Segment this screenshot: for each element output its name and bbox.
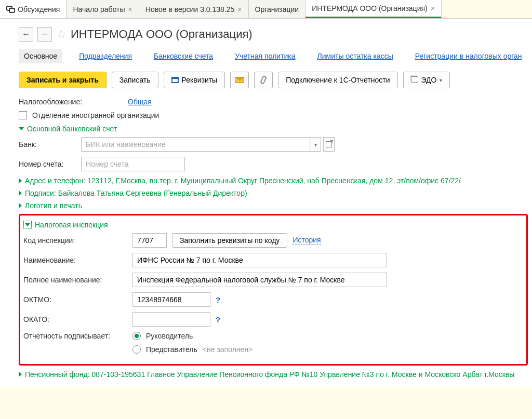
tab-label: Обсуждения [18,5,60,13]
rep-not-filled: <не заполнен> [203,345,252,354]
mail-icon [235,77,244,83]
discussions-icon [6,6,15,13]
bank-input-group: ▾ [81,137,335,152]
tab-label: Организации [255,5,299,13]
account-number-label: Номер счета: [19,160,76,168]
section-address[interactable]: Адрес и телефон: 123112, Г.Москва, вн.те… [19,177,528,185]
sub-nav: Основное Подразделения Банковские счета … [19,49,528,63]
section-title: Налоговая инспекция [35,221,108,229]
tab-organization-intermoda[interactable]: ИНТЕРМОДА ООО (Организация) × [305,0,442,18]
bank-label: Банк: [19,140,76,148]
inspection-fullname-label: Полное наименование: [23,276,127,284]
navtab-bank-accounts[interactable]: Банковские счета [149,49,218,63]
okato-label: ОКАТО: [23,315,127,323]
open-external-icon [326,141,332,147]
section-title: Основной банковский счет [27,125,117,133]
tab-getting-started[interactable]: Начало работы × [66,0,139,18]
inspection-name-label: Наименование: [23,256,127,264]
inspection-name-input[interactable] [132,253,387,267]
navtab-accounting-policy[interactable]: Учетная политика [230,49,300,63]
oktmo-input[interactable] [132,292,210,307]
tab-whats-new[interactable]: Новое в версии 3.0.138.25 × [139,0,249,18]
tab-organizations[interactable]: Организации [249,0,306,18]
chevron-right-icon [19,203,22,208]
signer-option-rep: Представитель [146,345,197,354]
favorite-star-icon[interactable]: ☆ [56,28,66,41]
close-icon[interactable]: × [237,5,242,13]
section-title: Логотип и печать [25,201,82,210]
page-title: ИНТЕРМОДА ООО (Организация) [71,28,252,41]
chevron-right-icon [19,372,22,377]
connect-1c-button[interactable]: Подключение к 1С-Отчетности [278,72,397,88]
navtab-cash-limits[interactable]: Лимиты остатка кассы [312,49,398,63]
inspection-code-label: Код инспекции: [23,236,127,245]
edo-icon [411,76,418,84]
chevron-box [23,221,32,229]
tax-inspection-box: Налоговая инспекция Код инспекции: Запол… [19,214,528,366]
oktmo-label: ОКТМО: [23,295,127,304]
foreign-branch-checkbox[interactable] [19,111,27,119]
fill-requisites-button[interactable]: Заполнить реквизиты по коду [172,233,287,248]
tab-label: ИНТЕРМОДА ООО (Организация) [312,4,428,12]
mail-button[interactable] [230,72,249,88]
tab-discussions[interactable]: Обсуждения [0,0,66,18]
section-logo-stamp[interactable]: Логотип и печать [19,201,528,210]
nav-forward-button[interactable]: → [37,27,52,42]
section-signatures[interactable]: Подписи: Байкалова Татьяна Сергеевна (Ге… [19,189,528,197]
signer-option-head: Руководитель [146,332,193,340]
foreign-branch-label: Отделение иностранной организации [32,111,159,119]
section-bank-account[interactable]: Основной банковский счет [19,125,528,133]
section-title: Пенсионный фонд: 087-103-195631 Главное … [25,370,514,379]
requisites-button[interactable]: Реквизиты [164,72,225,88]
signer-label: Отчетность подписывает: [23,332,127,340]
section-tax-inspection[interactable]: Налоговая инспекция [23,221,521,229]
history-link[interactable]: История [292,236,321,245]
account-number-input[interactable] [81,157,185,171]
okato-input[interactable] [132,312,210,327]
signer-radio-rep[interactable] [132,345,141,354]
chevron-down-icon [19,127,24,130]
attach-button[interactable] [254,72,273,88]
content: ← → ☆ ИНТЕРМОДА ООО (Организация) Основн… [0,19,532,387]
taxation-value-link[interactable]: Общая [128,98,152,106]
section-title: Адрес и телефон: 123112, Г.Москва, вн.те… [25,177,461,185]
tab-label: Начало работы [73,5,125,13]
navtab-main[interactable]: Основное [19,49,62,63]
print-icon [171,77,179,83]
oktmo-help-icon[interactable]: ? [216,295,220,304]
button-label: Реквизиты [182,76,218,84]
chevron-right-icon [19,191,22,196]
edo-button[interactable]: ЭДО ▾ [403,72,450,88]
save-and-close-button[interactable]: Записать и закрыть [19,72,107,88]
toolbar: Записать и закрыть Записать Реквизиты По… [19,72,528,88]
signer-radio-head[interactable] [132,332,141,340]
navtab-tax-registrations[interactable]: Регистрации в налоговых орган [410,49,527,63]
tab-label: Новое в версии 3.0.138.25 [145,5,235,13]
section-pension-fund[interactable]: Пенсионный фонд: 087-103-195631 Главное … [19,370,528,379]
tab-bar: Обсуждения Начало работы × Новое в верси… [0,0,532,19]
section-title: Подписи: Байкалова Татьяна Сергеевна (Ге… [25,189,247,197]
okato-help-icon[interactable]: ? [216,315,220,324]
button-label: ЭДО [421,76,437,84]
close-icon[interactable]: × [431,4,435,12]
chevron-right-icon [19,178,22,183]
navtab-divisions[interactable]: Подразделения [74,49,137,63]
bank-input[interactable] [81,137,310,152]
nav-back-button[interactable]: ← [19,27,33,42]
chevron-down-icon [25,223,30,226]
bank-open-button[interactable] [323,137,335,152]
chevron-down-icon: ▾ [440,77,442,83]
inspection-fullname-input[interactable] [132,273,387,287]
save-button[interactable]: Записать [112,72,158,88]
bank-dropdown-button[interactable]: ▾ [310,137,321,152]
inspection-code-input[interactable] [132,233,167,248]
paperclip-icon [260,75,267,85]
close-icon[interactable]: × [128,5,132,13]
taxation-label: Налогообложение: [19,98,123,106]
